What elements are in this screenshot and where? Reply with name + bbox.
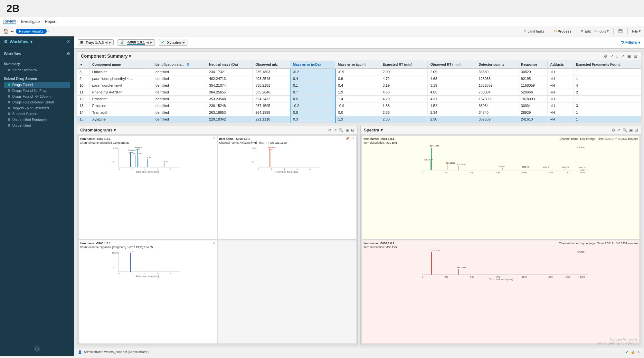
- cell-exp_rt: 2.36: [380, 109, 428, 116]
- table-row[interactable]: 14TramadolIdentified263.18853264.19580.0…: [77, 109, 641, 116]
- panel-icon-settings[interactable]: ⚙: [604, 54, 608, 59]
- chromatograms-title[interactable]: Chromatograms ▾: [80, 128, 116, 132]
- sidebar-item-targets-not-observed[interactable]: Targets - Not Observed: [4, 105, 70, 111]
- svg-text:0: 0: [258, 168, 259, 170]
- tools-btn[interactable]: ✕ Tools ▾: [594, 29, 609, 33]
- spectra-icon2[interactable]: ↗: [617, 128, 620, 132]
- chrom-icon3[interactable]: 🔍: [339, 128, 344, 132]
- svg-text:221.11091: 221.11091: [430, 249, 441, 252]
- sidebar-item-drugs-6-10ppm[interactable]: Drugs Found >6<10ppm: [4, 93, 70, 99]
- chromatograms-dropdown[interactable]: ▾: [114, 128, 116, 132]
- panel-icon-tile1[interactable]: ▣: [627, 54, 631, 59]
- menu-investigate[interactable]: Investigate: [21, 19, 40, 24]
- sidebar-item-unidentified-fentanyls[interactable]: Unidentified Fentanyls: [4, 117, 70, 122]
- back-icon[interactable]: ←: [10, 29, 14, 34]
- chrom-box2-close[interactable]: ✕: [352, 137, 355, 140]
- sidebar-item-batch-overview[interactable]: Batch Overview: [4, 67, 70, 73]
- sidebar-item-unidentified[interactable]: Unidentified: [4, 122, 70, 128]
- spectra-title[interactable]: Spectra ▾: [364, 128, 383, 132]
- chrom-icon2[interactable]: ↗: [334, 128, 337, 132]
- sidebar-item-suspect-screen[interactable]: Suspect Screen: [4, 111, 70, 117]
- process-btn[interactable]: ↻ Process: [554, 29, 572, 33]
- menu-review[interactable]: Review: [3, 19, 16, 24]
- chrom-icon1[interactable]: ⚙: [328, 128, 332, 132]
- chrom-box2-pin[interactable]: 📌: [346, 137, 349, 140]
- col-obs-rt[interactable]: Observed RT (min): [428, 61, 476, 68]
- col-response[interactable]: Response: [518, 61, 547, 68]
- col-id-status[interactable]: Identification sta... ⬆: [152, 61, 206, 68]
- spectra-icon5[interactable]: ⊟: [635, 128, 638, 132]
- spectra-icon3[interactable]: 🔍: [622, 128, 627, 132]
- tray-prev[interactable]: ◀: [105, 41, 108, 44]
- svg-text:1500: 1500: [565, 171, 571, 174]
- item-selector[interactable]: 🔬 -5968 1.8.1 ◀ ▶: [118, 39, 155, 46]
- table-row[interactable]: 8LidocaineIdentified234.17321235.1803-0.…: [77, 68, 641, 75]
- col-sort[interactable]: ▼: [77, 61, 90, 68]
- sidebar-close-icon[interactable]: ✕: [66, 39, 70, 44]
- col-mass-err-mda[interactable]: Mass error (mDa): [290, 61, 335, 68]
- col-adducts[interactable]: Adducts: [547, 61, 573, 68]
- edit-btn[interactable]: ✏ Edit: [581, 29, 591, 33]
- sidebar-settings-icon[interactable]: ⚙: [67, 52, 70, 56]
- item-prev[interactable]: ◀: [146, 41, 149, 44]
- tray-next[interactable]: ▶: [109, 41, 111, 44]
- item-next[interactable]: ▶: [150, 41, 153, 44]
- table-row[interactable]: 10para-fluorofentanylIdentified354.21074…: [77, 82, 641, 89]
- tray-selector[interactable]: ⊞ Tray: 1:A,3 ◀ ▶: [78, 39, 114, 45]
- chrom-icon5[interactable]: ⊟: [351, 128, 354, 132]
- sidebar-item-drugs-no-frag[interactable]: Drugs Found-No Frag: [4, 88, 70, 93]
- col-obs-mz[interactable]: Observed m/z: [253, 61, 290, 68]
- chrom-icon4[interactable]: ▣: [346, 128, 349, 132]
- table-row[interactable]: 15XylazineIdentified220.10342221.11100.3…: [77, 116, 641, 123]
- sidebar-item-drugs-found[interactable]: Drugs Found: [4, 82, 70, 88]
- spectra-icon4[interactable]: ▣: [629, 128, 633, 132]
- file-btn[interactable]: File ▾: [632, 29, 641, 33]
- cell-adducts: +H: [547, 109, 573, 116]
- spectra-icon1[interactable]: ⚙: [612, 128, 615, 132]
- limit-faults-btn[interactable]: ⊙ Limit faults: [524, 29, 545, 33]
- panel-icon-share[interactable]: ↗: [610, 54, 614, 59]
- cell-exp_frag: 1: [573, 68, 641, 75]
- workflow-title[interactable]: ⚙ Workflow ▾: [4, 39, 33, 44]
- table-row[interactable]: 13ProcaineIdentified236.15248237.1595-0.…: [77, 102, 641, 109]
- panel-icon-expand[interactable]: ↗: [621, 54, 625, 59]
- svg-text:0: 0: [422, 276, 423, 278]
- cell-neutral_mass: 220.10342: [206, 116, 253, 123]
- col-detector[interactable]: Detector counts: [476, 61, 518, 68]
- filters-btn[interactable]: ▽ Filters ▾: [621, 40, 640, 45]
- status-bar: 👤 Administrator, waters_connect [Adminis…: [74, 348, 644, 356]
- svg-text:6.41: 6.41: [164, 161, 168, 163]
- panel-icon-tile2[interactable]: ⊟: [634, 54, 637, 59]
- cell-exp_frag: 3: [573, 102, 641, 109]
- toolbar-right: ⊙ Limit faults ↻ Process ✏ Edit ✕ Tools …: [524, 28, 641, 34]
- breadcrumb-pill[interactable]: Review Results: [16, 29, 47, 34]
- panel-dropdown-icon[interactable]: ▾: [129, 53, 131, 59]
- table-container: ▼ Component name Identification sta... ⬆…: [77, 61, 641, 123]
- table-row[interactable]: 12ProadifenIdentified353.23548354.24320.…: [77, 96, 641, 102]
- col-exp-rt[interactable]: Expected RT (min): [380, 61, 428, 68]
- svg-text:1750.41: 1750.41: [579, 167, 586, 169]
- compound-selector[interactable]: ✔ Xylazine ▶: [159, 39, 187, 46]
- chrom-box3-close[interactable]: ✕: [213, 241, 215, 245]
- component-summary-title[interactable]: Component Summary ▾: [81, 53, 131, 59]
- dot-icon: [8, 101, 10, 103]
- spectra-dropdown[interactable]: ▾: [381, 128, 383, 132]
- table-row[interactable]: 11Phenethyl 4-ANPPIdentified384.25655385…: [77, 89, 641, 96]
- sidebar-collapse-btn[interactable]: ◁▷: [34, 345, 40, 352]
- save-icon[interactable]: 💾: [618, 29, 623, 33]
- sidebar-item-drugs-below-cutoff[interactable]: Drugs Found-Below Cutoff: [4, 99, 70, 105]
- col-component-name[interactable]: Component name: [90, 61, 152, 68]
- chrom-box1-close[interactable]: ✕: [213, 137, 215, 140]
- filter-dropdown-icon[interactable]: ▾: [638, 40, 640, 45]
- col-neutral-mass[interactable]: Neutral mass (Da): [206, 61, 253, 68]
- menu-report[interactable]: Report: [45, 19, 56, 24]
- home-icon[interactable]: 🏠: [3, 29, 9, 34]
- workflow-dropdown[interactable]: ▾: [30, 39, 33, 44]
- panel-icon-hash[interactable]: #: [616, 54, 619, 59]
- col-mass-err-ppm[interactable]: Mass error (ppm): [335, 61, 380, 68]
- col-exp-frag[interactable]: Expected Fragments Found: [573, 61, 641, 68]
- cell-mass_err_mda: 0.0: [290, 109, 335, 116]
- table-row[interactable]: 9para-fluoro phenethyl 4-...Identified40…: [77, 75, 641, 82]
- cell-exp_frag: 1: [573, 96, 641, 102]
- compound-nav[interactable]: ▶: [183, 41, 185, 44]
